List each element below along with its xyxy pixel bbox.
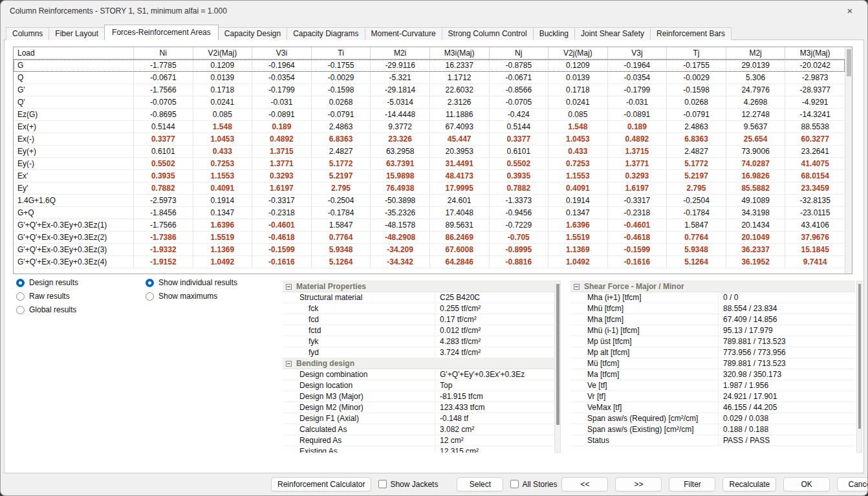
column-header-m2j[interactable]: M2j [726, 47, 786, 59]
cancel-button[interactable]: Cancel [837, 477, 868, 491]
table-row-q[interactable]: Q-0.06710.0139-0.0354-0.0029-5.3211.1712… [14, 72, 845, 84]
column-header-v3i[interactable]: V3i [252, 47, 312, 59]
recalculate-button[interactable]: Recalculate [722, 477, 776, 491]
property-label: Calculated As [283, 424, 435, 435]
table-row-g-q-ex-0-3ey-0-3ez-2[interactable]: G'+Q'+Ex-0.3Ey+0.3Ez(2)-1.73861.5519-0.4… [14, 232, 845, 244]
all-stories-checkbox[interactable]: All Stories [510, 480, 557, 489]
column-header-m2i[interactable]: M2i [371, 47, 430, 59]
table-row-ex[interactable]: Ex'0.39351.15530.32935.219715.989848.417… [14, 170, 845, 182]
column-header-v3j[interactable]: V3j [608, 47, 667, 59]
tab-capacity-diagrams[interactable]: Capacity Diagrams [287, 27, 365, 40]
checkbox-icon [510, 480, 519, 488]
tab-moment-curvature[interactable]: Moment-Curvature [365, 27, 442, 40]
table-row-g[interactable]: G'-1.75660.1718-0.1799-0.1598-29.181422.… [14, 84, 845, 96]
value-cell: -0.0671 [490, 72, 549, 84]
table-row-g-q-ex-0-3ey-0-3ez-1[interactable]: G'+Q'+Ex-0.3Ey+0.3Ez(1)-1.75661.6396-0.4… [14, 219, 845, 232]
value-cell: -0.1599 [252, 244, 312, 256]
scrollbar-thumb[interactable] [858, 284, 861, 429]
table-row-ez-g[interactable]: Ez(G)-0.86950.085-0.0891-0.0791-14.44481… [14, 109, 845, 121]
collapse-icon[interactable] [286, 284, 292, 290]
value-cell: 20.1049 [726, 232, 786, 244]
value-cell: -0.4618 [252, 232, 312, 244]
show-jackets-checkbox[interactable]: Show Jackets [378, 480, 438, 489]
collapse-icon[interactable] [574, 284, 580, 290]
tab-forces-reinforcement-areas[interactable]: Forces-Reinforcement Areas [104, 25, 219, 40]
property-row-fyd: fyd3.724 tf/cm² [283, 347, 554, 358]
scrollbar-thumb[interactable] [556, 284, 559, 425]
reinforcement-calculator-button[interactable]: Reinforcement Calculator [271, 477, 371, 491]
value-cell: 0.7882 [134, 182, 193, 195]
value-cell: 37.9676 [785, 232, 845, 244]
tab-columns[interactable]: Columns [6, 27, 49, 40]
property-label: Span asw/s (Existing) [cm²/cm] [570, 424, 718, 435]
value-cell: 9.5637 [726, 121, 786, 133]
shear-panel-scrollbar[interactable] [856, 281, 862, 453]
previous-column-button[interactable]: << [561, 477, 608, 491]
property-label: Ve [tf] [570, 380, 718, 391]
value-cell: 5.9348 [667, 244, 726, 256]
value-cell: 0.1718 [548, 84, 608, 96]
table-row-1-4g-1-6q[interactable]: 1.4G+1.6Q-2.59730.1914-0.3317-0.2504-50.… [14, 195, 845, 207]
radio-show-maximums[interactable]: Show maximums [146, 292, 237, 301]
table-row-g-q-ex-0-3ey-0-3ez-3[interactable]: G'+Q'+Ex-0.3Ey+0.3Ez(3)-1.93321.1369-0.1… [14, 244, 845, 256]
table-vertical-scrollbar[interactable] [845, 47, 852, 274]
value-cell: -34.342 [371, 256, 430, 268]
tab-joint-shear-safety[interactable]: Joint Shear Safety [574, 27, 651, 40]
table-row-ex[interactable]: Ex(-)0.33771.04530.48926.836323.32645.44… [14, 133, 845, 146]
column-header-v2i-maj[interactable]: V2i(Maj) [193, 47, 253, 59]
next-column-button[interactable]: >> [615, 477, 662, 491]
radio-show-individual-results[interactable]: Show individual results [146, 278, 237, 287]
value-cell: 86.2469 [430, 232, 490, 244]
value-cell: 1.0492 [548, 256, 608, 268]
table-row-g[interactable]: G-1.77850.1209-0.1964-0.1755-29.911616.2… [14, 59, 845, 72]
property-value: 1.987 / 1.956 [718, 380, 855, 391]
load-name-cell: Ey(-) [14, 158, 134, 170]
value-cell: -0.0671 [134, 72, 193, 84]
value-cell: 0.1914 [548, 195, 608, 207]
column-header-load[interactable]: Load [14, 47, 134, 59]
value-cell: 0.7764 [312, 232, 371, 244]
select-button[interactable]: Select [457, 477, 503, 491]
column-header-ni[interactable]: Ni [134, 47, 193, 59]
column-header-nj[interactable]: Nj [490, 47, 549, 59]
load-name-cell: Q' [14, 96, 134, 109]
column-header-m3j-maj[interactable]: M3j(Maj) [785, 47, 845, 59]
tab-fiber-layout[interactable]: Fiber Layout [49, 27, 105, 40]
table-row-g-q[interactable]: G+Q-1.84560.1347-0.2318-0.1784-35.232617… [14, 207, 845, 219]
filter-button[interactable]: Filter [669, 477, 715, 491]
close-icon[interactable]: × [838, 3, 862, 19]
tab-capacity-design[interactable]: Capacity Design [218, 27, 287, 40]
radio-raw-results[interactable]: Raw results [16, 292, 78, 301]
value-cell: 1.548 [193, 121, 253, 133]
column-header-tj[interactable]: Tj [667, 47, 726, 59]
ok-button[interactable]: OK [783, 477, 830, 491]
table-row-ey[interactable]: Ey'0.78820.40911.61972.79576.493817.9995… [14, 182, 845, 195]
tab-strong-column-control[interactable]: Strong Column Control [442, 27, 534, 40]
property-row-existing-as: Existing As12.315 cm² [283, 446, 554, 453]
radio-icon [146, 279, 154, 287]
table-row-ey[interactable]: Ey(+)0.61010.4331.37152.482763.295820.39… [14, 146, 845, 158]
table-row-ex[interactable]: Ex(+)0.51441.5480.1892.48639.377267.4093… [14, 121, 845, 133]
value-cell: -1.8456 [134, 207, 193, 219]
tab-reinforcement-bars[interactable]: Reinforcement Bars [650, 27, 732, 40]
radio-design-results[interactable]: Design results [16, 278, 78, 287]
table-row-q[interactable]: Q'-0.07050.0241-0.0310.0268-5.03142.3126… [14, 96, 845, 109]
table-row-ey[interactable]: Ey(-)0.55020.72531.37715.177263.739131.4… [14, 158, 845, 170]
scrollbar-thumb[interactable] [847, 49, 851, 76]
value-cell: 0.085 [548, 109, 608, 121]
property-row-ma-tfcm: Ma [tfcm]320.98 / 350.173 [570, 369, 855, 380]
value-cell: 0.1347 [193, 207, 253, 219]
tab-buckling[interactable]: Buckling [533, 27, 575, 40]
column-header-ti[interactable]: Ti [312, 47, 371, 59]
material-panel-scrollbar[interactable] [554, 281, 561, 453]
value-cell: 1.5519 [548, 232, 608, 244]
column-header-m3i-maj[interactable]: M3i(Maj) [430, 47, 490, 59]
column-header-v2j-maj[interactable]: V2j(Maj) [548, 47, 608, 59]
value-cell: 60.3277 [785, 133, 845, 146]
load-name-cell: G' [14, 84, 134, 96]
table-row-g-q-ex-0-3ey-0-3ez-4[interactable]: G'+Q'+Ex-0.3Ey+0.3Ez(4)-1.91521.0492-0.1… [14, 256, 845, 268]
radio-global-results[interactable]: Global results [16, 305, 78, 314]
value-cell: 2.4827 [667, 146, 726, 158]
collapse-icon[interactable] [286, 361, 292, 367]
value-cell: 88.5538 [785, 121, 845, 133]
